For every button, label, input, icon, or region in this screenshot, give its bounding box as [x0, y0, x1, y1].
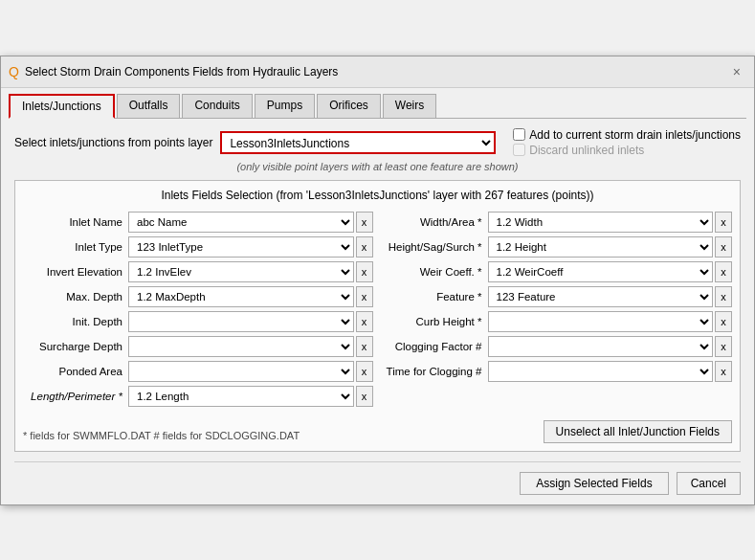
inlet-name-clear-btn[interactable]: x	[356, 212, 373, 233]
ponded-area-dropdown[interactable]	[128, 361, 354, 382]
init-depth-dropdown[interactable]	[128, 311, 354, 332]
curb-height-dropdown[interactable]	[488, 311, 714, 332]
inlet-type-select-wrap: 123 InletType	[128, 236, 354, 258]
surcharge-depth-clear-btn[interactable]: x	[356, 336, 373, 357]
tab-weirs[interactable]: Weirs	[383, 94, 436, 118]
field-row-surcharge-depth: Surcharge Depth x	[23, 336, 373, 357]
two-column-layout: Inlet Name abc Name x Inlet Type 123	[23, 212, 732, 411]
discard-unlinked-label: Discard unlinked inlets	[529, 144, 644, 157]
height-sag-label: Height/Sag/Surch *	[383, 241, 488, 253]
init-depth-clear-btn[interactable]: x	[356, 311, 373, 332]
field-row-inlet-type: Inlet Type 123 InletType x	[23, 236, 373, 258]
time-clogging-clear-btn[interactable]: x	[715, 361, 732, 382]
inlet-name-dropdown[interactable]: abc Name	[128, 212, 354, 233]
length-perimeter-label: Length/Perimeter *	[23, 391, 128, 402]
field-row-clogging-factor: Clogging Factor # x	[383, 336, 733, 357]
left-column: Inlet Name abc Name x Inlet Type 123	[23, 212, 373, 411]
legend-text: * fields for SWMMFLO.DAT # fields for SD…	[23, 430, 300, 441]
ponded-area-select-wrap	[128, 361, 354, 382]
feature-label: Feature *	[383, 291, 488, 302]
init-depth-label: Init. Depth	[23, 316, 128, 327]
add-to-current-checkbox[interactable]	[513, 128, 525, 141]
surcharge-depth-select-wrap	[128, 336, 354, 357]
field-row-curb-height: Curb Height * x	[383, 311, 733, 332]
curb-height-label: Curb Height *	[383, 316, 488, 327]
inlet-name-label: Inlet Name	[23, 216, 128, 228]
max-depth-clear-btn[interactable]: x	[356, 286, 373, 307]
discard-unlinked-row: Discard unlinked inlets	[513, 144, 741, 157]
inlet-type-dropdown[interactable]: 123 InletType	[128, 236, 354, 258]
weir-coeff-select-wrap: 1.2 WeirCoeff	[488, 261, 714, 282]
tabs-container: Inlets/Junctions Outfalls Conduits Pumps…	[1, 88, 754, 118]
surcharge-depth-label: Surcharge Depth	[23, 341, 128, 352]
tab-conduits[interactable]: Conduits	[182, 94, 252, 118]
tab-orifices[interactable]: Orifices	[317, 94, 381, 118]
surcharge-depth-dropdown[interactable]	[128, 336, 354, 357]
height-sag-clear-btn[interactable]: x	[715, 236, 732, 258]
height-sag-select-wrap: 1.2 Height	[488, 236, 714, 258]
right-column: Width/Area * 1.2 Width x Height/Sag/Surc…	[383, 212, 733, 411]
field-row-feature: Feature * 123 Feature x	[383, 286, 733, 307]
layer-selection-row: Select inlets/junctions from points laye…	[14, 128, 741, 157]
invert-elev-select-wrap: 1.2 InvElev	[128, 261, 354, 282]
time-clogging-select-wrap	[488, 361, 714, 382]
inlet-type-label: Inlet Type	[23, 241, 128, 253]
footer-actions: Assign Selected Fields Cancel	[1, 462, 754, 504]
ponded-area-clear-btn[interactable]: x	[356, 361, 373, 382]
dialog: Q Select Storm Drain Components Fields f…	[0, 56, 755, 505]
max-depth-dropdown[interactable]: 1.2 MaxDepth	[128, 286, 354, 307]
layer-dropdown[interactable]: Lesson3InletsJunctions	[220, 131, 496, 154]
field-row-invert-elev: Invert Elevation 1.2 InvElev x	[23, 261, 373, 282]
add-to-current-row: Add to current storm drain inlets/juncti…	[513, 128, 741, 142]
inlet-name-select-wrap: abc Name	[128, 212, 354, 233]
tab-outfalls[interactable]: Outfalls	[117, 94, 181, 118]
tab-inlets-junctions[interactable]: Inlets/Junctions	[9, 94, 115, 119]
tab-pumps[interactable]: Pumps	[255, 94, 315, 118]
width-area-clear-btn[interactable]: x	[715, 212, 732, 233]
ponded-area-label: Ponded Area	[23, 366, 128, 377]
field-row-inlet-name: Inlet Name abc Name x	[23, 212, 373, 233]
assign-selected-fields-button[interactable]: Assign Selected Fields	[520, 472, 668, 495]
length-perimeter-clear-btn[interactable]: x	[356, 386, 373, 407]
length-perimeter-select-wrap: 1.2 Length	[128, 386, 354, 407]
weir-coeff-clear-btn[interactable]: x	[715, 261, 732, 282]
height-sag-dropdown[interactable]: 1.2 Height	[488, 236, 714, 258]
clogging-factor-clear-btn[interactable]: x	[715, 336, 732, 357]
inlet-type-clear-btn[interactable]: x	[356, 236, 373, 258]
time-clogging-label: Time for Clogging #	[383, 366, 488, 377]
length-perimeter-dropdown[interactable]: 1.2 Length	[128, 386, 354, 407]
invert-elev-clear-btn[interactable]: x	[356, 261, 373, 282]
feature-select-wrap: 123 Feature	[488, 286, 714, 307]
weir-coeff-label: Weir Coeff. *	[383, 266, 488, 278]
width-area-label: Width/Area *	[383, 216, 488, 228]
curb-height-clear-btn[interactable]: x	[715, 311, 732, 332]
field-row-time-clogging: Time for Clogging # x	[383, 361, 733, 382]
discard-unlinked-checkbox[interactable]	[513, 144, 525, 156]
close-button[interactable]: ×	[727, 62, 746, 81]
field-row-height-sag: Height/Sag/Surch * 1.2 Height x	[383, 236, 733, 258]
fields-box: Inlets Fields Selection (from 'Lesson3In…	[14, 180, 741, 452]
unselect-all-button[interactable]: Unselect all Inlet/Junction Fields	[544, 420, 732, 443]
app-icon: Q	[9, 64, 19, 79]
width-area-dropdown[interactable]: 1.2 Width	[488, 212, 714, 233]
invert-elev-dropdown[interactable]: 1.2 InvElev	[128, 261, 354, 282]
checkboxes-group: Add to current storm drain inlets/juncti…	[513, 128, 741, 157]
info-text: (only visible point layers with at least…	[14, 161, 741, 172]
cancel-button[interactable]: Cancel	[677, 472, 741, 495]
max-depth-label: Max. Depth	[23, 291, 128, 302]
field-row-ponded-area: Ponded Area x	[23, 361, 373, 382]
clogging-factor-label: Clogging Factor #	[383, 341, 488, 352]
dialog-title: Select Storm Drain Components Fields fro…	[25, 65, 338, 78]
layer-selection-label: Select inlets/junctions from points laye…	[14, 136, 212, 149]
add-to-current-label: Add to current storm drain inlets/juncti…	[529, 128, 741, 142]
layer-select-wrapper: Lesson3InletsJunctions	[220, 131, 496, 154]
feature-dropdown[interactable]: 123 Feature	[488, 286, 714, 307]
weir-coeff-dropdown[interactable]: 1.2 WeirCoeff	[488, 261, 714, 282]
invert-elev-label: Invert Elevation	[23, 266, 128, 278]
field-row-max-depth: Max. Depth 1.2 MaxDepth x	[23, 286, 373, 307]
field-row-init-depth: Init. Depth x	[23, 311, 373, 332]
field-row-weir-coeff: Weir Coeff. * 1.2 WeirCoeff x	[383, 261, 733, 282]
feature-clear-btn[interactable]: x	[715, 286, 732, 307]
time-clogging-dropdown[interactable]	[488, 361, 714, 382]
clogging-factor-dropdown[interactable]	[488, 336, 714, 357]
